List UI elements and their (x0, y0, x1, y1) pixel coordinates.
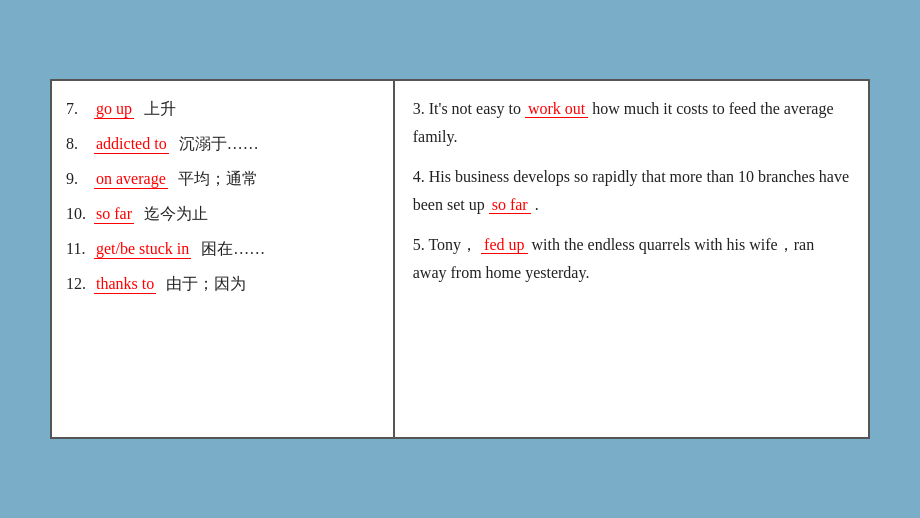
answer-work-out: work out (525, 100, 588, 118)
para-4-text: His business develops so rapidly that mo… (413, 168, 849, 213)
paragraph-5: 5. Tony， fed up with the endless quarrel… (413, 231, 850, 287)
paragraph-4: 4. His business develops so rapidly that… (413, 163, 850, 219)
list-item: 8. addicted to 沉溺于…… (66, 134, 379, 155)
list-item: 12. thanks to 由于；因为 (66, 274, 379, 295)
answer-fed-up: fed up (481, 236, 527, 254)
para-3-before: It's not easy to (429, 100, 525, 117)
chinese-12: 由于；因为 (166, 274, 246, 295)
item-num-7: 7. (66, 100, 88, 118)
chinese-9: 平均；通常 (178, 169, 258, 190)
right-column: 3. It's not easy to work out how much it… (395, 81, 868, 437)
item-num-11: 11. (66, 240, 88, 258)
para-4-end: . (535, 196, 539, 213)
paragraph-3: 3. It's not easy to work out how much it… (413, 95, 850, 151)
item-num-9: 9. (66, 170, 88, 188)
chinese-10: 迄今为止 (144, 204, 208, 225)
list-item: 11. get/be stuck in 困在…… (66, 239, 379, 260)
chinese-7: 上升 (144, 99, 176, 120)
para-num-5: 5. (413, 236, 425, 253)
answer-9: on average (94, 170, 168, 189)
answer-12: thanks to (94, 275, 156, 294)
answer-8: addicted to (94, 135, 169, 154)
answer-so-far: so far (489, 196, 531, 214)
para-5-before: Tony， (428, 236, 477, 253)
left-column: 7. go up 上升 8. addicted to 沉溺于…… 9. on a… (52, 81, 395, 437)
chinese-8: 沉溺于…… (179, 134, 259, 155)
answer-11: get/be stuck in (94, 240, 191, 259)
para-num-3: 3. (413, 100, 425, 117)
item-num-8: 8. (66, 135, 88, 153)
item-num-10: 10. (66, 205, 88, 223)
para-num-4: 4. (413, 168, 425, 185)
list-item: 10. so far 迄今为止 (66, 204, 379, 225)
chinese-11: 困在…… (201, 239, 265, 260)
main-table: 7. go up 上升 8. addicted to 沉溺于…… 9. on a… (50, 79, 870, 439)
answer-7: go up (94, 100, 134, 119)
answer-10: so far (94, 205, 134, 224)
list-item: 7. go up 上升 (66, 99, 379, 120)
list-item: 9. on average 平均；通常 (66, 169, 379, 190)
item-num-12: 12. (66, 275, 88, 293)
